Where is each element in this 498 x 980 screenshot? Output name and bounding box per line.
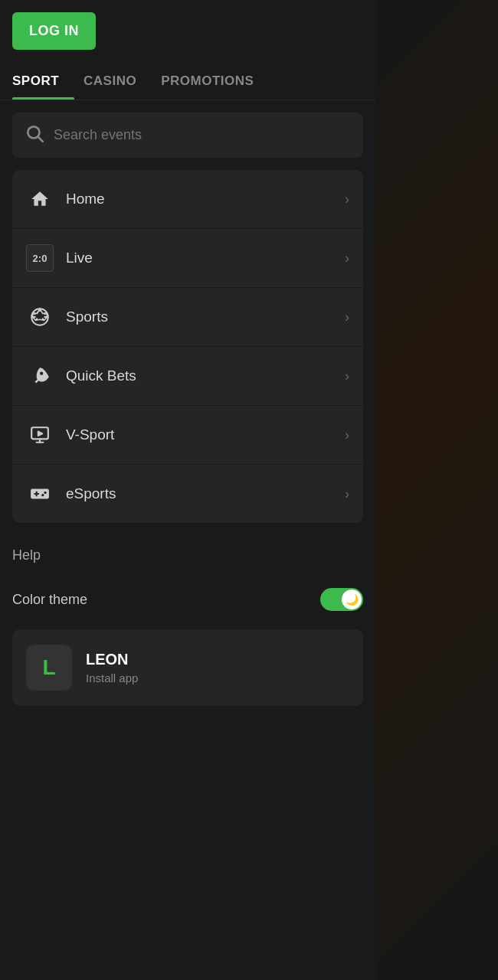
rocket-icon [26,362,54,390]
search-icon [25,123,44,147]
live-score-icon: 2:0 [26,244,54,272]
quick-bets-label: Quick Bets [66,368,345,384]
tab-promotions[interactable]: PROMOTIONS [161,61,269,100]
monitor-icon [26,421,54,449]
gamepad-icon [26,480,54,508]
color-theme-label: Color theme [12,592,87,608]
help-link[interactable]: Help [12,541,363,570]
search-input[interactable] [54,127,351,143]
svg-marker-15 [38,432,42,436]
menu-item-vsport[interactable]: V-Sport › [12,406,363,465]
live-label: Live [66,250,345,266]
app-logo: L [26,645,72,691]
home-chevron-icon: › [345,191,349,207]
search-box[interactable] [12,113,363,158]
quick-bets-chevron-icon: › [345,368,349,384]
tab-casino[interactable]: CASINO [84,61,152,100]
menu-item-live[interactable]: 2:0 Live › [12,229,363,288]
menu-item-home[interactable]: Home › [12,170,363,229]
home-label: Home [66,191,345,207]
live-chevron-icon: › [345,250,349,266]
background-overlay [372,0,498,980]
bottom-section: Help Color theme 🌙 L LEON Install app [0,523,375,706]
app-info: LEON Install app [86,651,138,684]
svg-line-1 [38,137,43,142]
tabs-bar: SPORT CASINO PROMOTIONS [0,61,375,100]
toggle-knob: 🌙 [342,590,362,609]
esports-chevron-icon: › [345,486,349,502]
color-theme-row: Color theme 🌙 [12,570,363,629]
svg-line-11 [37,312,38,314]
header: LOG IN [0,0,375,61]
vsport-chevron-icon: › [345,427,349,443]
menu-item-quick-bets[interactable]: Quick Bets › [12,347,363,406]
home-icon [26,185,54,213]
menu-list: Home › 2:0 Live › [12,170,363,523]
soccer-ball-icon [26,303,54,331]
moon-icon: 🌙 [346,593,359,606]
vsport-label: V-Sport [66,426,345,443]
sports-chevron-icon: › [345,309,349,325]
app-name: LEON [86,651,138,668]
login-button[interactable]: LOG IN [12,12,96,50]
main-panel: LOG IN SPORT CASINO PROMOTIONS [0,0,375,980]
esports-label: eSports [66,485,345,502]
search-container [0,100,375,170]
menu-item-esports[interactable]: eSports › [12,465,363,523]
app-logo-letter: L [42,655,55,680]
install-app-card[interactable]: L LEON Install app [12,629,363,706]
menu-item-sports[interactable]: Sports › [12,288,363,347]
tab-sport[interactable]: SPORT [12,61,74,100]
color-theme-toggle[interactable]: 🌙 [320,588,363,611]
sports-label: Sports [66,309,345,325]
app-subtitle: Install app [86,671,138,684]
